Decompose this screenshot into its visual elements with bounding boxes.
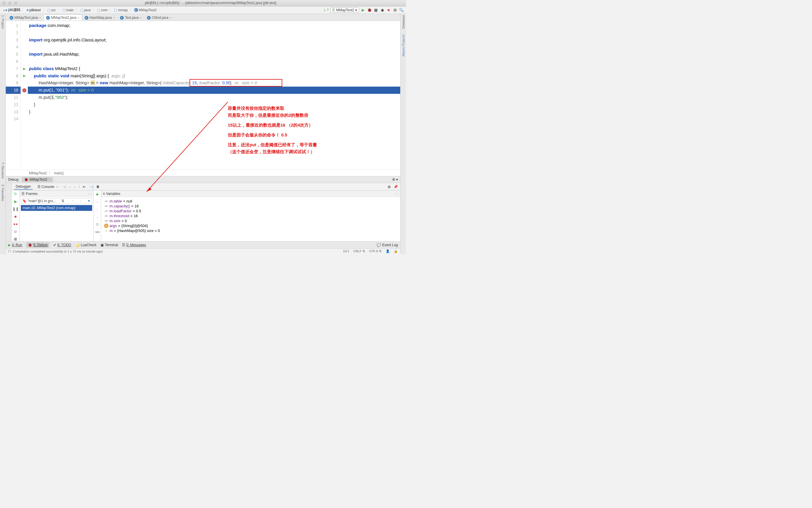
todo-tool-button[interactable]: ✔6: TODO [53,243,71,247]
console-tab[interactable]: ☰ Console → [36,184,60,189]
next-frame-icon[interactable]: ↓ [80,199,81,203]
remove-watch-icon[interactable]: − [95,199,100,205]
breakpoint-icon[interactable]: ✓ [22,88,26,92]
variable-row[interactable]: Pargs = {String[0]@504} [104,223,397,228]
add-watch-icon[interactable]: ✚ [95,192,100,197]
window-controls[interactable] [2,1,17,5]
messages-tool-button[interactable]: ☰0: Messages [122,243,146,247]
mute-breakpoints-icon[interactable]: ⊘ [13,229,18,234]
run-gutter-icon[interactable]: ▶ [23,67,26,71]
force-step-into-icon[interactable]: ↓ [74,185,75,189]
evaluate-icon[interactable]: 🖩 [96,185,100,189]
filter-icon[interactable]: ▼ [87,199,91,203]
down-icon[interactable]: ↓ [95,214,100,219]
tab-mmaptest[interactable]: CMMapTest.java× [7,14,43,20]
tab-test[interactable]: CTest.java× [117,14,144,20]
line-separator[interactable]: CRLF ⇅ [353,249,365,253]
caret-position[interactable]: 10:1 [343,249,349,253]
breadcrumb-item[interactable]: java [84,8,91,12]
step-over-icon[interactable]: ⤻ [63,185,66,189]
variable-row[interactable]: ≡m = {HashMap@505} size = 0 [104,228,397,233]
editor[interactable]: 1234567891011121314 ▶ ▶ ✓ package com.mm… [6,21,400,170]
sync-icon[interactable]: ⇣⇡ [324,8,329,12]
stop-icon[interactable]: ■ [13,214,18,219]
run-button[interactable]: ▶ [361,8,365,12]
database-tool-button[interactable]: Database [402,15,405,29]
debug-button[interactable]: 🐞 [367,8,372,12]
tab-cmod[interactable]: CCMod.java× [144,14,174,20]
run-to-cursor-icon[interactable]: →| [89,185,93,189]
pin-icon[interactable]: 📌 [394,185,398,189]
profile-button[interactable]: ◉ [380,8,384,12]
settings-icon[interactable]: ⊞ [388,185,391,189]
coverage-button[interactable]: ▦ [373,8,378,12]
crumb-method[interactable]: main() [54,171,64,175]
step-out-icon[interactable]: ↑ [78,185,80,189]
copy-icon[interactable]: ⧉ [95,222,100,227]
crumb-class[interactable]: MMapTest2 [29,171,47,175]
class-icon: C [9,16,13,20]
terminal-tool-button[interactable]: ▣Terminal [100,243,118,247]
variable-row[interactable]: 👓m.threshold = 16 [104,213,397,218]
stop-button[interactable]: ■ [386,8,391,12]
up-icon[interactable]: ↑ [95,207,100,212]
variable-row[interactable]: 👓m.capacity() = 16 [104,204,397,209]
maven-tool-button[interactable]: Maven Projects [402,35,405,56]
step-into-icon[interactable]: ↓ [69,185,71,189]
favorites-tool-button[interactable]: 2: Favorites [1,184,5,201]
resume-icon[interactable]: ▶ [13,199,18,204]
prev-frame-icon[interactable]: ↑ [72,199,74,203]
layout-icon[interactable]: ⊞ [13,237,18,241]
gear-icon[interactable]: ⚙ ▾ [392,177,398,181]
close-icon[interactable]: × [78,16,79,19]
breadcrumb[interactable]: ▸■jdk源码 〉 ■jdktest 〉 ▢src 〉 ▢main 〉 ▢jav… [2,7,161,13]
breadcrumb-item[interactable]: src [51,8,56,12]
close-icon[interactable]: × [39,16,41,19]
search-icon[interactable]: 🔍 [399,8,404,12]
breadcrumb-item[interactable]: com [101,8,108,12]
rerun-icon[interactable]: ↻ [13,192,18,196]
close-icon[interactable]: × [49,177,51,181]
debug-tool-button[interactable]: 🐞5: Debug [26,243,49,248]
variable-row[interactable]: 👓m.size = 0 [104,218,397,223]
drop-frame-icon[interactable]: ⇤ [83,185,86,189]
layout-icon[interactable]: ⊞ [393,8,397,12]
run-gutter-icon[interactable]: ▶ [23,74,26,78]
event-log-button[interactable]: 💬Event Log [377,243,398,247]
editor-breadcrumb[interactable]: MMapTest2 〉 main() [6,170,400,176]
breakpoints-icon[interactable]: ●● [13,221,18,226]
variable-row[interactable]: 👓m.table = null [104,199,397,204]
collapse-icon[interactable]: — [88,192,91,196]
debugger-tab[interactable]: Debugger [14,184,33,190]
glasses-icon[interactable]: 👓 [95,229,100,235]
variable-row[interactable]: 👓m.loadFactor = 0.5 [104,209,397,213]
luacheck-tool-button[interactable]: 🌙LuaCheck [75,243,96,247]
close-icon[interactable] [2,1,6,5]
minimize-icon[interactable] [8,1,11,5]
pause-icon[interactable]: ❚❚ [13,207,18,211]
lock-icon[interactable]: 🔒 [394,249,398,253]
close-icon[interactable]: × [169,16,171,19]
breadcrumb-module[interactable]: jdktest [30,8,41,12]
debug-config-tab[interactable]: 🐞 MMapTest2 × [22,177,53,182]
tab-hashmap[interactable]: CHashMap.java× [82,14,117,20]
collapse-icon[interactable]: ↔ [395,192,399,196]
close-icon[interactable]: × [140,16,141,19]
breadcrumb-item[interactable]: mmap [118,8,127,12]
run-config-selector[interactable]: C MMapTest2 ▾ [330,7,359,13]
tab-mmaptest2[interactable]: CMMapTest2.java× [43,14,82,20]
zoom-icon[interactable] [14,1,17,5]
structure-tool-button[interactable]: 7: Structure [1,162,5,179]
run-tool-button[interactable]: ▶4: Run [8,243,22,247]
close-icon[interactable]: × [113,16,115,19]
encoding[interactable]: UTF-8 ⇅ [369,249,382,253]
inspector-icon[interactable]: 👤 [386,249,390,253]
code-area[interactable]: package com.mmap; import org.openjdk.jol… [28,21,400,170]
breadcrumb-class[interactable]: MMapTest2 [139,8,157,12]
stack-frame[interactable]: main:10, MMapTest2 (com.mmap) [21,205,92,211]
breadcrumb-root[interactable]: jdk源码 [8,7,20,12]
breadcrumb-item[interactable]: main [66,8,74,12]
project-tool-button[interactable]: 1: Project [1,15,5,28]
thread-selector[interactable]: 🔖 "main"@1 in gro... ⇅ ↑ ↓ ▼ [21,198,92,204]
status-icon: ☐ [8,249,11,253]
